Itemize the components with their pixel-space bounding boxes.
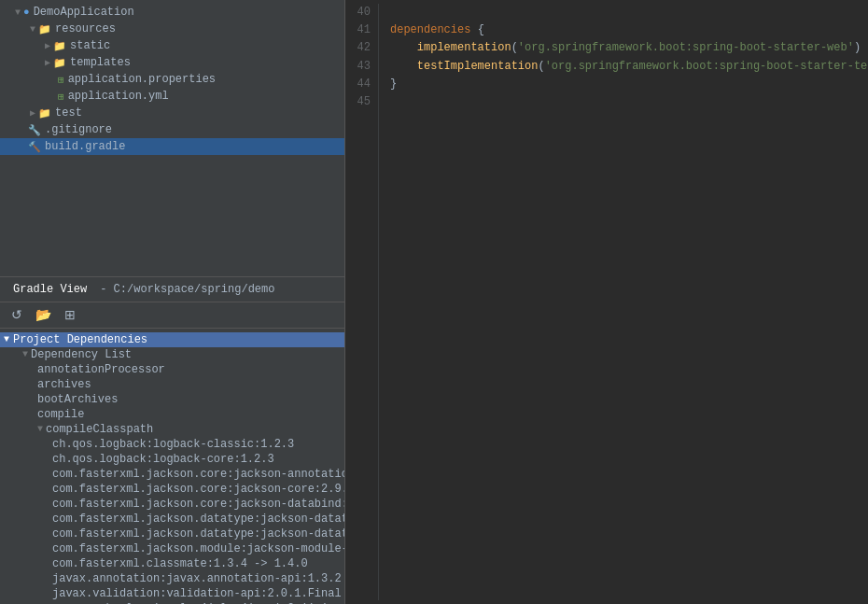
arrow-project-deps [4,334,9,344]
dep-item-annotation[interactable]: annotationProcessor [0,362,344,377]
ln-44: 44 [353,76,371,93]
dep-label-classmate: com.fasterxml.classmate:1.3.4 -> 1.4.0 [52,557,308,570]
dep-item-logback-core[interactable]: ch.qos.logback:logback-core:1.2.3 [0,452,344,467]
arrow-demo-app [15,7,21,18]
dep-item-jackson-module[interactable]: com.fasterxml.jackson.module:jackson-mod… [0,541,344,556]
tree-item-gitignore[interactable]: 🔧 .gitignore [0,121,344,138]
dep-item-archives[interactable]: archives [0,377,344,392]
tree-item-demo-app[interactable]: ● DemoApplication [0,4,344,21]
tree-label-app-properties: application.properties [68,73,216,86]
ln-43: 43 [353,58,371,76]
folder-icon-test: 📁 [38,107,51,119]
dep-item-logback-classic[interactable]: ch.qos.logback:logback-classic:1.2.3 [0,437,344,452]
tree-label-app-yml: application.yml [68,90,169,103]
gradle-icon: 🔨 [28,141,41,153]
line-numbers: 40 41 42 43 44 45 [345,4,379,600]
dep-item-jackson-annotations[interactable]: com.fasterxml.jackson.core:jackson-annot… [0,467,344,482]
tree-item-templates[interactable]: 📁 templates [0,54,344,71]
tree-item-resources[interactable]: 📁 resources [0,21,344,37]
dep-label-jackson-core: com.fasterxml.jackson.core:jackson-core:… [52,483,344,496]
tree-label-demo-app: DemoApplication [34,6,134,19]
ln-45: 45 [353,93,371,111]
dep-label-jackson-jdk8: com.fasterxml.jackson.datatype:jackson-d… [52,513,344,526]
dep-item-log4j-api[interactable]: org.apache.logging.log4j:log4j-api:2.11.… [0,601,344,605]
dep-item-jackson-databind[interactable]: com.fasterxml.jackson.core:jackson-datab… [0,497,344,512]
dep-label-javax-annotation: javax.annotation:javax.annotation-api:1.… [52,572,342,585]
dep-label-compile-classpath: compileClasspath [46,423,153,436]
tree-label-templates: templates [70,56,131,69]
arrow-resources [30,24,35,35]
dep-label-jackson-module: com.fasterxml.jackson.module:jackson-mod… [52,542,344,555]
code-line-45 [390,93,868,111]
arrow-static [45,40,50,51]
dep-item-jackson-jsr310[interactable]: com.fasterxml.jackson.datatype:jackson-d… [0,527,344,541]
dep-item-javax-annotation[interactable]: javax.annotation:javax.annotation-api:1.… [0,571,344,586]
refresh-button[interactable]: ↺ [7,305,26,324]
code-editor: 40 41 42 43 44 45 dependencies { impleme… [345,0,868,604]
dep-label-jackson-annotations: com.fasterxml.jackson.core:jackson-annot… [52,468,344,481]
tree-label-gitignore: .gitignore [45,123,112,136]
app-icon: ● [23,7,30,18]
expand-button[interactable]: ⊞ [61,305,79,324]
ln-41: 41 [353,21,371,39]
dep-label-annotation: annotationProcessor [37,363,165,376]
folder-icon-templates: 📁 [53,57,66,69]
code-content[interactable]: dependencies { implementation('org.sprin… [379,4,868,600]
ln-40: 40 [353,4,371,21]
tree-label-build-gradle: build.gradle [45,140,125,153]
dep-item-compile-classpath[interactable]: compileClasspath [0,422,344,437]
project-dependencies-label: Project Dependencies [13,333,147,346]
gradle-view-bar: Gradle View - C:/workspace/spring/demo [0,276,344,302]
folder-icon-resources: 📁 [38,23,51,35]
code-line-43: testImplementation('org.springframework.… [390,58,868,76]
code-area[interactable]: 40 41 42 43 44 45 dependencies { impleme… [345,0,868,604]
dep-item-list[interactable]: Dependency List [0,347,344,362]
tree-item-app-properties[interactable]: ⊞ application.properties [0,71,344,88]
tree-item-test[interactable]: 📁 test [0,105,344,121]
dep-item-classmate[interactable]: com.fasterxml.classmate:1.3.4 -> 1.4.0 [0,556,344,571]
dep-label-javax-validation: javax.validation:validation-api:2.0.1.Fi… [52,587,342,600]
arrow-dep-list [22,349,28,359]
dep-label-list: Dependency List [31,348,132,361]
tree-item-build-gradle[interactable]: 🔨 build.gradle [0,138,344,155]
gitignore-icon: 🔧 [28,124,41,136]
arrow-compile-cp [37,424,43,434]
tree-label-static: static [70,39,110,52]
file-tree-sidebar: ● DemoApplication 📁 resources 📁 static 📁… [0,0,345,604]
properties-icon: ⊞ [58,74,64,86]
folder-button[interactable]: 📂 [32,305,55,324]
arrow-templates [45,57,50,68]
gradle-dependency-tree: Project Dependencies Dependency List ann… [0,329,344,605]
dep-label-logback-classic: ch.qos.logback:logback-classic:1.2.3 [52,438,294,451]
dep-item-jackson-jdk8[interactable]: com.fasterxml.jackson.datatype:jackson-d… [0,512,344,527]
code-line-40 [390,4,868,21]
code-line-42: implementation('org.springframework.boot… [390,39,868,57]
code-line-44: } [390,76,868,93]
dep-label-bootarchives: bootArchives [37,393,118,406]
right-panel: 40 41 42 43 44 45 dependencies { impleme… [345,0,868,604]
dep-item-jackson-core[interactable]: com.fasterxml.jackson.core:jackson-core:… [0,482,344,497]
dep-label-logback-core: ch.qos.logback:logback-core:1.2.3 [52,453,274,466]
tree-label-test: test [55,106,82,119]
dep-label-archives: archives [37,378,91,391]
tree-label-resources: resources [55,22,116,35]
folder-icon-static: 📁 [53,40,66,52]
arrow-test [30,107,35,119]
gradle-view-tab[interactable]: Gradle View [7,281,92,298]
code-line-41: dependencies { [390,21,868,39]
file-tree: ● DemoApplication 📁 resources 📁 static 📁… [0,0,344,276]
gradle-toolbar: ↺ 📂 ⊞ [0,302,344,329]
gradle-path: - C:/workspace/spring/demo [100,283,274,296]
dep-label-compile: compile [37,408,84,421]
project-dependencies-header[interactable]: Project Dependencies [0,332,344,347]
dep-item-javax-validation[interactable]: javax.validation:validation-api:2.0.1.Fi… [0,586,344,601]
ln-42: 42 [353,39,371,57]
tree-item-static[interactable]: 📁 static [0,37,344,54]
yml-icon: ⊞ [58,91,64,103]
dep-item-compile[interactable]: compile [0,407,344,422]
tree-item-app-yml[interactable]: ⊞ application.yml [0,88,344,105]
dep-label-jackson-jsr310: com.fasterxml.jackson.datatype:jackson-d… [52,527,344,541]
dep-item-bootarchives[interactable]: bootArchives [0,392,344,407]
dep-label-jackson-databind: com.fasterxml.jackson.core:jackson-datab… [52,498,344,511]
